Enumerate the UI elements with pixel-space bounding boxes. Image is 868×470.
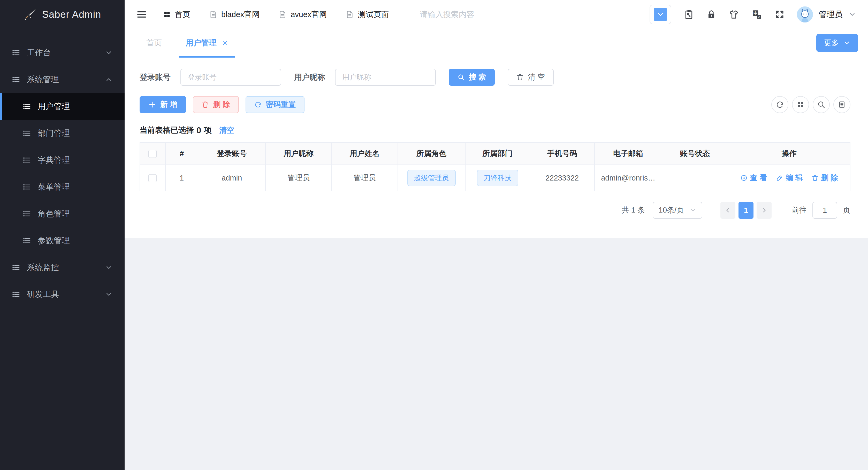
row-actions: 查 看 编 辑 删 除 xyxy=(728,173,850,183)
svg-text:中: 中 xyxy=(753,11,757,15)
goto-page-input[interactable] xyxy=(812,202,837,219)
avatar xyxy=(797,6,813,23)
sidebar-item-label: 研发工具 xyxy=(27,289,59,300)
select-all-checkbox[interactable] xyxy=(148,150,157,158)
sidebar-item-label: 字典管理 xyxy=(38,155,70,166)
toggle-search-button[interactable] xyxy=(813,96,830,113)
account-input[interactable] xyxy=(180,69,281,86)
topnav-item-test-page[interactable]: 测试页面 xyxy=(346,9,389,20)
page-nav: 1 xyxy=(720,202,772,219)
chevron-down-icon xyxy=(848,10,856,18)
document-icon xyxy=(346,10,353,18)
sidebar-item-dev-tools[interactable]: 研发工具 xyxy=(0,281,125,308)
document-icon xyxy=(209,10,217,18)
sidebar-item-system-management[interactable]: 系统管理 xyxy=(0,66,125,93)
list-icon xyxy=(23,237,31,245)
role-tag: 超级管理员 xyxy=(407,170,456,186)
topnav-item-avuex[interactable]: avuex官网 xyxy=(279,9,327,20)
col-status: 账号状态 xyxy=(662,142,728,165)
cell-name: 管理员 xyxy=(332,165,398,191)
table-actions: 新 增 删 除 密码重置 xyxy=(140,96,850,113)
sidebar-item-dict-management[interactable]: 字典管理 xyxy=(0,147,125,173)
list-icon xyxy=(23,183,31,191)
next-page-button[interactable] xyxy=(756,202,772,219)
chevron-down-icon xyxy=(690,207,696,213)
sidebar-item-label: 工作台 xyxy=(27,47,51,58)
trash-icon xyxy=(517,74,524,81)
grid-icon xyxy=(163,11,170,18)
list-icon xyxy=(23,210,31,218)
top-menu-toggle-button[interactable] xyxy=(650,5,671,24)
main-area: 首页 bladex官网 avuex官网 测试页面 请输入搜索内容 xyxy=(125,0,868,470)
app-title: Saber Admin xyxy=(42,9,101,20)
pagination: 共 1 条 10条/页 1 前往 页 xyxy=(140,202,850,219)
row-checkbox[interactable] xyxy=(148,174,157,182)
col-phone: 手机号码 xyxy=(530,142,594,165)
sidebar-item-param-management[interactable]: 参数管理 xyxy=(0,227,125,254)
collapse-menu-icon[interactable] xyxy=(136,9,147,20)
view-link[interactable]: 查 看 xyxy=(740,173,767,183)
chevron-up-icon xyxy=(105,76,113,83)
user-management-panel: 登录账号 用户昵称 搜 索 清 空 新 增 删 除 xyxy=(125,57,868,238)
sidebar-item-role-management[interactable]: 角色管理 xyxy=(0,200,125,227)
tab-home[interactable]: 首页 xyxy=(140,29,168,57)
lock-icon[interactable] xyxy=(707,9,716,20)
sidebar-item-workbench[interactable]: 工作台 xyxy=(0,39,125,66)
topnav-label: bladex官网 xyxy=(221,9,259,20)
col-role: 所属角色 xyxy=(398,142,465,165)
user-menu[interactable]: 管理员 xyxy=(797,6,856,23)
column-settings-button[interactable] xyxy=(792,96,809,113)
current-page-button[interactable]: 1 xyxy=(739,202,753,219)
topnav-item-home[interactable]: 首页 xyxy=(163,9,190,20)
close-icon[interactable] xyxy=(222,39,228,46)
language-translate-icon[interactable]: 中A xyxy=(751,9,762,20)
list-icon xyxy=(12,263,20,272)
debug-clipboard-icon[interactable] xyxy=(684,9,694,20)
delete-button[interactable]: 删 除 xyxy=(193,96,239,113)
sidebar-item-menu-management[interactable]: 菜单管理 xyxy=(0,173,125,200)
sidebar-item-dept-management[interactable]: 部门管理 xyxy=(0,120,125,147)
trash-icon xyxy=(812,175,818,181)
chevron-down-icon xyxy=(843,39,850,46)
topnav-item-bladex[interactable]: bladex官网 xyxy=(209,9,259,20)
goto-page: 前往 页 xyxy=(792,202,850,219)
sidebar-item-user-management[interactable]: 用户管理 xyxy=(0,93,125,120)
topnav-label: 首页 xyxy=(175,9,190,20)
document-icon xyxy=(279,10,286,18)
col-name: 用户姓名 xyxy=(332,142,398,165)
clear-filters-button[interactable]: 清 空 xyxy=(508,69,554,86)
clear-selection-link[interactable]: 清空 xyxy=(219,125,234,136)
export-list-button[interactable] xyxy=(833,96,850,113)
search-button[interactable]: 搜 索 xyxy=(449,69,495,86)
list-icon xyxy=(23,102,31,110)
table-row: 1 admin 管理员 管理员 超级管理员 刀锋科技 22233322 admi… xyxy=(140,165,850,191)
cell-status xyxy=(662,165,728,191)
chevron-down-icon xyxy=(105,49,113,57)
col-nickname: 用户昵称 xyxy=(266,142,332,165)
sidebar-item-system-monitor[interactable]: 系统监控 xyxy=(0,254,125,281)
sidebar-item-label: 用户管理 xyxy=(38,101,70,112)
global-search-input[interactable]: 请输入搜索内容 xyxy=(420,9,474,20)
add-button[interactable]: 新 增 xyxy=(140,96,186,113)
reset-password-button[interactable]: 密码重置 xyxy=(246,96,305,113)
tab-user-management[interactable]: 用户管理 xyxy=(179,29,235,57)
col-dept: 所属部门 xyxy=(465,142,530,165)
eye-icon xyxy=(740,174,748,181)
list-icon xyxy=(12,75,20,84)
delete-link[interactable]: 删 除 xyxy=(812,173,838,183)
prev-page-button[interactable] xyxy=(720,202,735,219)
nickname-label: 用户昵称 xyxy=(294,72,325,82)
page-size-select[interactable]: 10条/页 xyxy=(653,202,702,219)
list-icon xyxy=(12,290,20,299)
refresh-table-button[interactable] xyxy=(771,96,788,113)
edit-link[interactable]: 编 辑 xyxy=(776,173,803,183)
nickname-input[interactable] xyxy=(335,69,436,86)
fullscreen-icon[interactable] xyxy=(775,9,784,20)
col-email: 电子邮箱 xyxy=(594,142,662,165)
user-table: # 登录账号 用户昵称 用户姓名 所属角色 所属部门 手机号码 电子邮箱 账号状… xyxy=(140,142,850,191)
more-tabs-button[interactable]: 更多 xyxy=(816,34,858,52)
sidebar-item-label: 系统管理 xyxy=(27,74,59,85)
theme-shirt-icon[interactable] xyxy=(729,9,739,20)
list-icon xyxy=(12,48,20,57)
page-background xyxy=(125,238,868,470)
